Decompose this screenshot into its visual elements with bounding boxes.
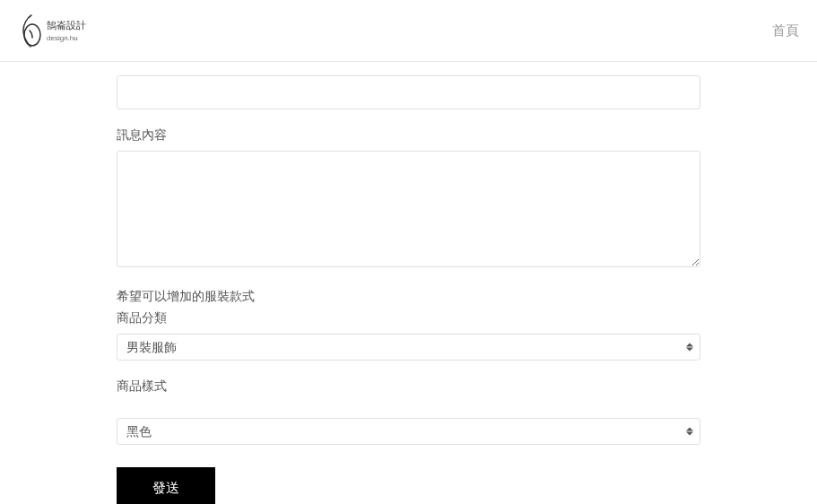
style-field-group: 商品樣式 黑色 [117, 378, 700, 445]
brand-logo[interactable]: 鵠崙設計 design.hu [18, 11, 108, 51]
category-select[interactable]: 男裝服飾 [117, 334, 700, 361]
category-select-wrapper: 男裝服飾 [117, 334, 700, 361]
submit-button[interactable]: 發送 [117, 467, 215, 504]
section-title: 希望可以增加的服裝款式 [117, 289, 700, 305]
svg-text:鵠崙設計: 鵠崙設計 [47, 20, 86, 30]
page-header: 鵠崙設計 design.hu 首頁 [0, 0, 817, 62]
logo-icon: 鵠崙設計 design.hu [18, 11, 108, 51]
category-label: 商品分類 [117, 310, 700, 326]
style-section: 希望可以增加的服裝款式 商品分類 男裝服飾 [117, 289, 700, 361]
form-container: 訊息內容 希望可以增加的服裝款式 商品分類 男裝服飾 商品樣式 黑色 [0, 62, 817, 504]
message-textarea[interactable] [117, 151, 700, 267]
message-label: 訊息內容 [117, 127, 700, 143]
style-select-wrapper: 黑色 [117, 418, 700, 445]
style-label: 商品樣式 [117, 378, 700, 395]
nav-home-link[interactable]: 首頁 [772, 22, 799, 39]
svg-text:design.hu: design.hu [47, 34, 78, 42]
message-field-group: 訊息內容 [117, 127, 700, 271]
name-input[interactable] [117, 75, 700, 109]
name-field-group [117, 75, 700, 109]
style-select[interactable]: 黑色 [117, 418, 700, 445]
